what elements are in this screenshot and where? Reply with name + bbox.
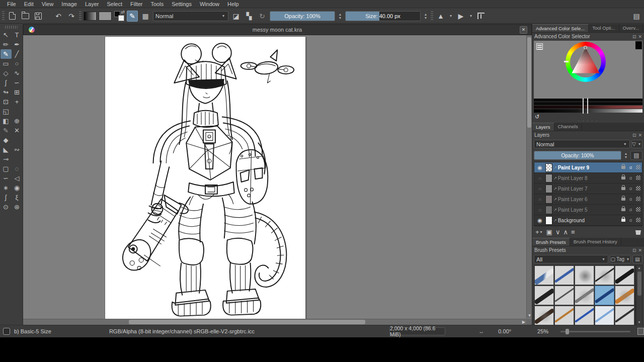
zoom-level-value[interactable]: 25% <box>537 328 557 334</box>
tab-overview[interactable]: Overv... <box>619 24 643 32</box>
layer-thumbnail[interactable] <box>545 195 552 204</box>
new-document-button[interactable] <box>7 11 18 22</box>
pan-tool[interactable]: ⊛ <box>12 202 23 212</box>
duplicate-layer-button[interactable]: ▣ <box>546 228 552 236</box>
transform-select-tool[interactable]: ↖ <box>1 30 12 40</box>
zoom-slider[interactable] <box>560 331 630 332</box>
lock-icon[interactable] <box>619 207 627 212</box>
visibility-eye-icon[interactable]: ∩ <box>534 186 545 192</box>
undo-button[interactable]: ↶ <box>53 11 64 22</box>
opacity-spinner[interactable]: ▲▼ <box>337 11 343 21</box>
pattern-chooser-button[interactable] <box>99 12 112 21</box>
color-bar[interactable] <box>534 102 642 105</box>
alpha-lock-icon[interactable]: α <box>627 197 634 202</box>
alpha-lock-icon[interactable]: α <box>627 165 634 170</box>
layer-filter-button[interactable]: ▽ ▾ <box>631 140 642 148</box>
menu-image[interactable]: Image <box>57 0 81 8</box>
line-tool[interactable]: ╱ <box>12 49 23 59</box>
bezier-select-tool[interactable]: ∫ <box>1 193 12 202</box>
size-spinner[interactable]: ▲▼ <box>423 11 429 21</box>
document-canvas[interactable] <box>105 36 306 320</box>
brush-preset[interactable] <box>575 306 594 325</box>
polygon-tool[interactable]: ◇ <box>1 68 12 78</box>
reset-color-history-icon[interactable]: ↺ <box>535 114 542 120</box>
float-docker-icon[interactable]: ⊡ <box>632 34 636 39</box>
dynamic-brush-tool[interactable]: ↬ <box>1 87 12 97</box>
delete-layer-button[interactable] <box>635 229 641 235</box>
menu-window[interactable]: Window <box>196 0 223 8</box>
brush-preset[interactable] <box>554 265 574 285</box>
layer-row-paint-layer-6[interactable]: ∩ ↗ Paint Layer 6 α <box>534 194 642 205</box>
workspace-chooser-button[interactable]: ▤ <box>631 11 642 22</box>
document-tab-title[interactable]: messy moon cat.kra <box>35 27 520 33</box>
brush-preset[interactable] <box>554 306 574 325</box>
text-tool[interactable]: T <box>12 30 23 40</box>
enclose-fill-tool[interactable]: ✕ <box>12 126 23 135</box>
lock-icon[interactable] <box>619 175 627 180</box>
brush-preset-chip-icon[interactable] <box>3 328 10 335</box>
alpha-lock-icon[interactable]: α <box>627 218 634 223</box>
document-size-info[interactable]: 2,000 x 4,000 (86.6 MiB) <box>389 327 445 335</box>
menu-select[interactable]: Select <box>103 0 126 8</box>
brush-preset[interactable] <box>595 306 614 325</box>
canvas-area[interactable]: ▶ ▼ <box>23 35 532 325</box>
zoom-slider-handle[interactable] <box>566 329 569 334</box>
hue-gradient-bar[interactable] <box>534 106 642 109</box>
brush-preset-chooser-button[interactable]: ✎ <box>127 11 138 22</box>
ellipse-tool[interactable]: ○ <box>12 59 23 68</box>
canvas-only-mode-button[interactable] <box>637 328 644 335</box>
visibility-eye-icon[interactable]: ∩ <box>534 175 545 181</box>
inherit-alpha-icon[interactable] <box>634 218 642 223</box>
layer-name[interactable]: Paint Layer 5 <box>558 207 619 213</box>
inherit-alpha-icon[interactable] <box>634 175 642 181</box>
color-bar[interactable] <box>534 99 642 102</box>
tab-layers[interactable]: Layers <box>532 123 554 131</box>
layer-thumbnail[interactable] <box>545 174 552 183</box>
inherit-alpha-icon[interactable] <box>634 165 642 170</box>
save-document-button[interactable] <box>33 11 44 22</box>
outline-select-tool[interactable]: ∽ <box>1 173 12 183</box>
layer-blend-mode-dropdown[interactable]: Normal ▾ <box>534 140 630 148</box>
value-gradient-bar[interactable] <box>534 109 642 113</box>
visibility-eye-icon[interactable]: ∩ <box>534 197 545 202</box>
layer-row-paint-layer-9[interactable]: ◉ ↗ Paint Layer 9 α <box>534 162 642 173</box>
vscroll-thumb[interactable] <box>527 37 531 128</box>
brush-preset[interactable] <box>575 265 594 285</box>
toolbar-grip[interactable] <box>2 11 5 21</box>
polyline-tool[interactable]: ∿ <box>12 68 23 78</box>
scroll-down-icon[interactable]: ▾ <box>636 320 642 324</box>
document-close-button[interactable]: ✕ <box>520 26 527 34</box>
lock-icon[interactable] <box>619 197 627 202</box>
brush-preset[interactable] <box>554 286 574 305</box>
layer-name[interactable]: Background <box>558 218 619 223</box>
calligraphy-tool[interactable]: ✒ <box>12 40 23 49</box>
tab-advanced-color-selector[interactable]: Advanced Color Sele... <box>532 24 589 32</box>
brush-preset[interactable] <box>534 286 554 305</box>
reference-images-tool[interactable]: ⊸ <box>1 154 12 164</box>
move-layer-up-button[interactable]: ∧ <box>563 228 568 236</box>
mirror-vertical-options[interactable]: ▾ <box>468 14 473 18</box>
tab-tool-options[interactable]: Tool Opti... <box>589 24 619 32</box>
blending-mode-dropdown[interactable]: Normal ▾ <box>153 11 228 21</box>
alpha-lock-icon[interactable]: α <box>627 207 634 212</box>
tag-button[interactable]: ▢ Tag ▾ <box>610 255 631 263</box>
close-docker-icon[interactable]: ✕ <box>638 133 642 138</box>
transform-tool[interactable]: ⊡ <box>1 97 12 107</box>
toolbox-grip[interactable] <box>5 26 18 29</box>
close-docker-icon[interactable]: ✕ <box>638 34 642 39</box>
view-mode-button[interactable]: ▤ <box>632 255 642 263</box>
foreground-background-colors[interactable]: ⇄ <box>114 11 125 22</box>
alpha-lock-icon[interactable]: α <box>627 186 634 191</box>
brush-preset[interactable] <box>615 306 634 325</box>
layer-thumbnail[interactable] <box>545 185 552 193</box>
menu-filter[interactable]: Filter <box>126 0 146 8</box>
move-layer-down-button[interactable]: ∨ <box>555 228 560 236</box>
brush-preset[interactable] <box>534 265 554 285</box>
layer-row-background[interactable]: ◉ ↗ Background α <box>534 215 642 226</box>
lock-icon[interactable] <box>619 218 627 223</box>
wrap-around-mode-button[interactable] <box>475 11 487 22</box>
open-document-button[interactable] <box>20 11 31 22</box>
vertical-scrollbar[interactable]: ▼ <box>526 35 532 318</box>
brush-preset[interactable] <box>575 286 594 305</box>
advanced-color-selector[interactable] <box>534 41 642 99</box>
